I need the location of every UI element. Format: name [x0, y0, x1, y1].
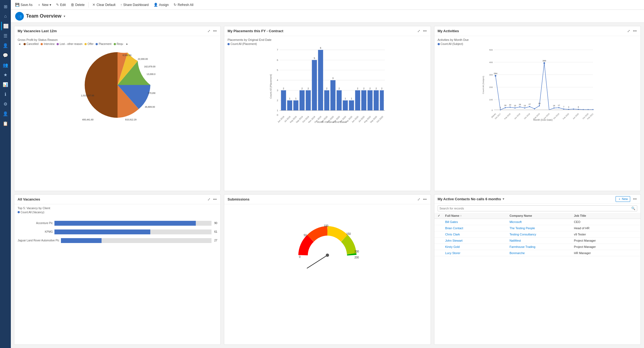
table-row[interactable]: Lucy Storer Bonmarche HR Manager [434, 250, 640, 256]
point-oct2019[interactable] [558, 107, 559, 108]
sidebar-icon-star[interactable]: ★ [1, 70, 10, 79]
contacts-menu[interactable]: ••• [632, 196, 637, 202]
contact-name-3[interactable]: Chris Clark [445, 233, 509, 236]
point-aug2018[interactable] [524, 107, 525, 109]
bar-aug2019[interactable] [294, 100, 299, 110]
bar-apr2020[interactable] [343, 100, 348, 110]
point-dec2018[interactable] [534, 108, 535, 109]
gauge-seg-3 [327, 231, 344, 238]
table-header-fullname[interactable]: Full Name ↑ [445, 214, 509, 218]
refresh-all-button[interactable]: ↻ Refresh All [171, 2, 196, 8]
bar-jun2020[interactable] [355, 90, 360, 111]
bar-nov2019[interactable] [312, 60, 317, 111]
point-oct2018[interactable] [529, 106, 530, 107]
widget-vacancies-expand[interactable]: ⤢ [207, 28, 211, 34]
point-feb2018[interactable] [509, 107, 510, 108]
contact-name-2[interactable]: Brian Contact [445, 226, 509, 230]
contact-name-4[interactable]: John Stewart [445, 239, 509, 242]
delete-button[interactable]: 🗑 Delete [69, 2, 87, 8]
bar-val-feb2020: 3 [332, 77, 334, 80]
widget-activities-expand[interactable]: ⤢ [627, 28, 631, 34]
contact-company-2[interactable]: The Testing People [509, 226, 573, 230]
widget-activities-menu[interactable]: ••• [632, 28, 637, 34]
title-dropdown-icon[interactable]: ▾ [64, 14, 65, 18]
bar-jul2020[interactable] [361, 90, 366, 111]
contacts-title-dropdown[interactable]: ▾ [503, 197, 504, 201]
point-feb2020[interactable] [568, 109, 569, 110]
widget-submissions-expand[interactable]: ⤢ [417, 197, 421, 202]
bar-sep2019[interactable] [300, 90, 305, 111]
widget-submissions-menu[interactable]: ••• [422, 197, 427, 202]
point-blank[interactable] [495, 75, 496, 77]
point-feb2019[interactable] [539, 105, 540, 106]
point-jun2020[interactable] [578, 109, 579, 110]
clear-default-button[interactable]: ✕ Clear Default [90, 2, 118, 8]
sidebar-icon-user[interactable]: 👤 [1, 109, 10, 118]
sidebar-icon-chart[interactable]: 📊 [1, 80, 10, 89]
point-jun2018[interactable] [519, 106, 520, 107]
table-row[interactable]: Brian Contact The Testing People Head of… [434, 225, 640, 231]
pie-slice-cancelled[interactable] [84, 52, 117, 118]
table-row[interactable]: Bill Gates Microsoft CEO [434, 219, 640, 225]
sidebar-icon-reports[interactable]: 📋 [1, 119, 10, 128]
bar-oct2020[interactable] [380, 90, 384, 111]
table-header-jobtitle[interactable]: Job Title [574, 214, 637, 218]
clear-icon: ✕ [92, 3, 95, 7]
contacts-new-button[interactable]: ＋ New [616, 196, 630, 202]
contact-company-3[interactable]: Testing Consultancy [509, 233, 573, 236]
widget-vacancies-menu[interactable]: ••• [213, 28, 217, 34]
bar-aug2020[interactable] [367, 90, 373, 111]
point-apr2019[interactable] [543, 62, 545, 64]
widget-placements-expand[interactable]: ⤢ [417, 28, 421, 34]
legend-prev[interactable]: ◄ [18, 42, 21, 45]
contact-company-6[interactable]: Bonmarche [509, 251, 573, 255]
contact-company-1[interactable]: Microsoft [509, 220, 573, 224]
sidebar-icon-home[interactable]: ⌂ [1, 12, 10, 21]
bar-jul2019[interactable] [287, 100, 292, 110]
bar-val-oct2020: 2 [381, 87, 383, 90]
contact-name-1[interactable]: Bill Gates [445, 220, 509, 224]
bar-mar2020[interactable] [337, 90, 342, 111]
contact-name-6[interactable]: Lucy Storer [445, 251, 509, 255]
sidebar-icon-team[interactable]: 👥 [1, 61, 10, 69]
widget-all-vacancies-menu[interactable]: ••• [213, 197, 217, 202]
contacts-search-input[interactable] [440, 207, 630, 210]
sidebar-icon-dashboard[interactable]: ⬜ [1, 22, 10, 30]
widget-placements-menu[interactable]: ••• [422, 28, 427, 34]
assign-button[interactable]: 👤 Assign [151, 2, 171, 8]
search-icon: 🔍 [631, 206, 635, 210]
table-row[interactable]: Chris Clark Testing Consultancy v9 Teste… [434, 231, 640, 238]
edit-button[interactable]: ✎ Edit [54, 2, 68, 8]
point-apr2020[interactable] [573, 109, 574, 110]
bar-dec2019[interactable] [318, 50, 323, 110]
table-row[interactable]: John Stewart NatWest Project Manager [434, 238, 640, 244]
new-button[interactable]: ＋ New ▾ [35, 1, 53, 8]
sidebar-icon-contacts[interactable]: 👤 [1, 41, 10, 50]
point-apr2018[interactable] [514, 107, 515, 109]
sidebar-icon-settings[interactable]: ⚙ [1, 100, 10, 108]
bar-may2020[interactable] [349, 100, 354, 110]
sidebar-icon-chat[interactable]: 💬 [1, 51, 10, 60]
bar-val-sep2020: 2 [376, 87, 377, 90]
share-dashboard-button[interactable]: ↑ Share Dashboard [118, 2, 151, 8]
table-row[interactable]: Kirsty Gold Farmhouse Trading Project Ma… [434, 244, 640, 250]
point-aug2019[interactable] [553, 107, 554, 109]
legend-next[interactable]: ► [125, 42, 129, 45]
widget-all-vacancies-expand[interactable]: ⤢ [207, 197, 211, 202]
bar-feb2020[interactable] [330, 80, 336, 110]
sidebar-icon-info[interactable]: ℹ [1, 90, 10, 99]
save-as-button[interactable]: 💾 Save As [13, 2, 35, 8]
contact-company-5[interactable]: Farmhouse Trading [509, 245, 573, 248]
sidebar-icon-apps[interactable]: ⊞ [1, 2, 10, 11]
point-dec2017[interactable] [505, 107, 506, 108]
bar-sep2020[interactable] [374, 90, 379, 111]
contact-company-4[interactable]: NatWest [509, 239, 573, 242]
bar-oct2019[interactable] [306, 90, 311, 111]
legend-dot-activities [438, 43, 440, 45]
table-header-company[interactable]: Company Name [509, 214, 573, 218]
contact-name-5[interactable]: Kirsty Gold [445, 245, 509, 248]
sidebar-icon-list[interactable]: ☰ [1, 31, 10, 40]
bar-jun2019[interactable] [281, 90, 286, 111]
point-dec2019[interactable] [563, 109, 564, 110]
bar-jan2020[interactable] [324, 90, 330, 111]
